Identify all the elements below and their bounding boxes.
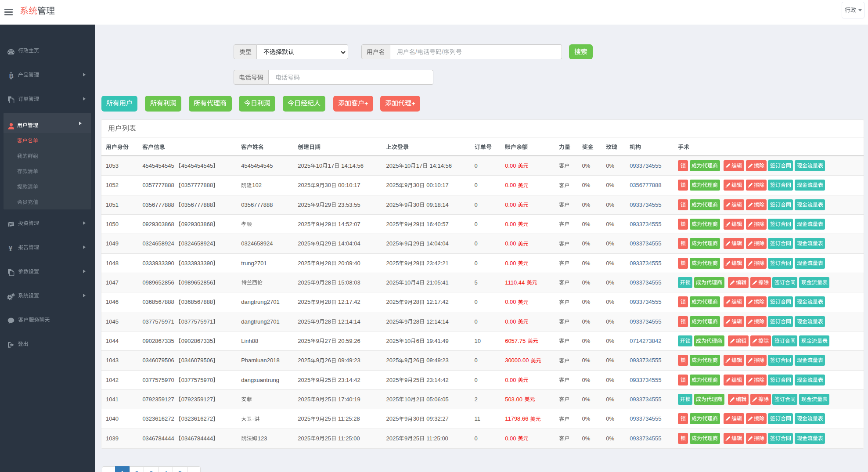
svg-text:B: B (9, 72, 14, 79)
svg-text:¥: ¥ (8, 245, 12, 252)
